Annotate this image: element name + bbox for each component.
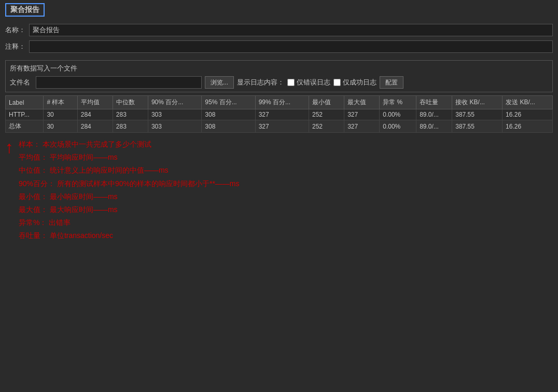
table-header-cell: 异常 %	[380, 96, 416, 109]
table-header-cell: 吞吐量	[416, 96, 452, 109]
annotation-line: 异常%： 出错率	[19, 216, 240, 229]
table-cell: 89.0/...	[416, 120, 452, 133]
table-cell: 30	[44, 120, 77, 133]
table-cell: 387.55	[452, 120, 503, 133]
table-header-cell: 中位数	[113, 96, 148, 109]
title-bar: 聚合报告	[0, 0, 558, 20]
file-input[interactable]	[36, 76, 202, 89]
table-row: HTTP...302842833033083272523270.00%89.0/…	[6, 109, 553, 120]
file-section: 所有数据写入一个文件 文件名 浏览... 显示日志内容： 仅错误日志 仅成功日志…	[5, 60, 553, 92]
table-cell: 284	[77, 120, 113, 133]
name-input[interactable]	[29, 24, 553, 36]
table-header-cell: 接收 KB/...	[452, 96, 503, 109]
log-display-group: 显示日志内容： 仅错误日志 仅成功日志 配置	[237, 76, 403, 89]
table-header-cell: 99% 百分...	[255, 96, 309, 109]
table-cell: 327	[255, 109, 309, 120]
table-cell: 327	[255, 120, 309, 133]
table-header-cell: 最小值	[309, 96, 344, 109]
table-header-cell: 95% 百分...	[202, 96, 255, 109]
table-header-row: Label# 样本平均值中位数90% 百分...95% 百分...99% 百分.…	[6, 96, 553, 109]
table-cell: 308	[202, 120, 255, 133]
table-header-cell: 平均值	[77, 96, 113, 109]
config-button[interactable]: 配置	[380, 76, 403, 89]
table-cell: 308	[202, 109, 255, 120]
browse-button[interactable]: 浏览...	[205, 76, 234, 89]
table-cell: 327	[344, 120, 380, 133]
table-header-cell: Label	[6, 96, 44, 109]
table-cell: 303	[148, 109, 201, 120]
annotation-line: 平均值： 平均响应时间——ms	[19, 151, 240, 164]
table-cell: 303	[148, 120, 201, 133]
success-log-checkbox-item: 仅成功日志	[333, 78, 376, 87]
annotation-line: 最大值： 最大响应时间——ms	[19, 203, 240, 216]
table-cell: 283	[113, 109, 148, 120]
table-cell: 30	[44, 109, 77, 120]
table-container: Label# 样本平均值中位数90% 百分...95% 百分...99% 百分.…	[5, 95, 553, 133]
table-cell: 387.55	[452, 109, 503, 120]
table-header-cell: 最大值	[344, 96, 380, 109]
comment-input[interactable]	[29, 40, 553, 53]
table-cell: 16.26	[503, 120, 553, 133]
table-cell: 284	[77, 109, 113, 120]
annotation-line: 最小值： 最小响应时间——ms	[19, 190, 240, 203]
success-log-checkbox[interactable]	[333, 79, 341, 86]
page-title: 聚合报告	[5, 3, 45, 17]
name-label: 名称：	[5, 25, 29, 35]
table-cell: 252	[309, 109, 344, 120]
annotation-text: 样本： 本次场景中一共完成了多少个测试平均值： 平均响应时间——ms中位值： 统…	[19, 138, 240, 243]
table-header-cell: 发送 KB/...	[503, 96, 553, 109]
annotation-line: 中位值： 统计意义上的响应时间的中值——ms	[19, 164, 240, 177]
table-cell: 16.26	[503, 109, 553, 120]
error-log-label: 仅错误日志	[297, 78, 330, 87]
error-log-checkbox[interactable]	[287, 79, 295, 86]
table-cell: 总体	[6, 120, 44, 133]
table-cell: 252	[309, 120, 344, 133]
results-table: Label# 样本平均值中位数90% 百分...95% 百分...99% 百分.…	[5, 95, 553, 133]
annotation-line: 吞吐量： 单位transaction/sec	[19, 229, 240, 242]
table-cell: 0.00%	[380, 109, 416, 120]
error-log-checkbox-item: 仅错误日志	[287, 78, 330, 87]
table-cell: 283	[113, 120, 148, 133]
annotation-section: ↑ 样本： 本次场景中一共完成了多少个测试平均值： 平均响应时间——ms中位值：…	[5, 138, 553, 243]
arrow-icon: ↑	[5, 138, 13, 157]
annotation-line: 样本： 本次场景中一共完成了多少个测试	[19, 138, 240, 151]
table-cell: 327	[344, 109, 380, 120]
table-cell: 89.0/...	[416, 109, 452, 120]
file-label: 文件名	[10, 78, 33, 87]
arrow-area: ↑	[5, 138, 13, 243]
name-row: 名称：	[5, 22, 553, 38]
table-header-cell: # 样本	[44, 96, 77, 109]
file-section-title: 所有数据写入一个文件	[10, 64, 548, 73]
log-display-label: 显示日志内容：	[237, 78, 284, 87]
table-header-cell: 90% 百分...	[148, 96, 201, 109]
success-log-label: 仅成功日志	[343, 78, 376, 87]
form-section: 名称： 注释：	[0, 20, 558, 57]
file-row: 文件名 浏览... 显示日志内容： 仅错误日志 仅成功日志 配置	[10, 76, 548, 89]
comment-label: 注释：	[5, 42, 29, 51]
table-cell: 0.00%	[380, 120, 416, 133]
table-row: 总体302842833033083272523270.00%89.0/...38…	[6, 120, 553, 133]
comment-row: 注释：	[5, 38, 553, 55]
table-cell: HTTP...	[6, 109, 44, 120]
annotation-line: 90%百分： 所有的测试样本中90%的样本的响应时间都小于**——ms	[19, 177, 240, 190]
